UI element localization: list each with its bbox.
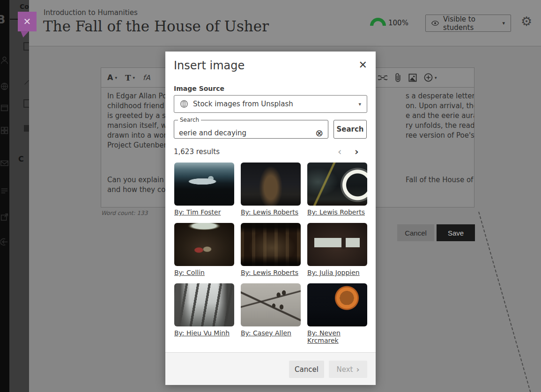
completion-gauge	[370, 18, 386, 26]
previous-page-icon[interactable]: ‹	[338, 146, 341, 157]
stock-image-thumbnail[interactable]	[307, 223, 367, 266]
modal-cancel-button[interactable]: Cancel	[289, 361, 324, 378]
font-size-button[interactable]: fA	[143, 74, 150, 82]
blackboard-logo: B	[0, 13, 5, 26]
insert-image-icon[interactable]	[408, 74, 417, 82]
modal-footer: Cancel Next ›	[165, 352, 376, 385]
editor-paragraph1-right[interactable]: s a desperate letter from hison. Upon ar…	[406, 91, 474, 141]
stock-image-thumbnail[interactable]	[174, 283, 234, 326]
image-source-select[interactable]: Stock images from Unsplash ▾	[174, 95, 367, 113]
search-button[interactable]: Search	[333, 120, 367, 139]
chevron-down-icon: ▾	[115, 75, 117, 80]
attribution-link[interactable]: By: Lewis Roberts	[241, 208, 298, 216]
editor-paragraph2-right[interactable]: Fall of the House of Usher"	[406, 175, 474, 185]
attribution-link[interactable]: By: Casey Allen	[241, 329, 291, 337]
insert-content-button[interactable]: ▾	[424, 73, 437, 82]
globe-icon	[180, 100, 188, 108]
tour-pointer-line	[10, 19, 18, 20]
link-icon[interactable]	[378, 74, 387, 81]
attribution-link[interactable]: By: Julia Joppien	[307, 269, 360, 276]
panel-heading-fragment: C	[18, 155, 24, 163]
eye-icon	[431, 20, 439, 26]
image-result: By: Lewis Roberts	[307, 163, 367, 217]
attribution-link[interactable]: By: Lewis Roberts	[307, 208, 365, 216]
chevron-down-icon: ▾	[502, 20, 505, 26]
attribution-link[interactable]: By: Collin	[174, 269, 205, 276]
visibility-dropdown[interactable]: Visible to students ▾	[425, 15, 511, 32]
editor-paragraph1-left[interactable]: In Edgar Allan Poe'schildhood friend Roi…	[107, 91, 167, 150]
next-page-icon[interactable]: ›	[355, 146, 359, 157]
font-size-icon: fA	[143, 74, 150, 82]
app-navigation-rail: B	[0, 0, 9, 392]
attribution-link[interactable]: By: Lewis Roberts	[241, 269, 298, 276]
font-button[interactable]: T▾	[125, 73, 135, 82]
image-result: By: Casey Allen	[241, 283, 301, 338]
image-source-value: Stock images from Unsplash	[193, 100, 293, 108]
chevron-down-icon: ▾	[133, 75, 135, 80]
results-count: 1,623 results	[174, 148, 220, 156]
attachment-icon[interactable]	[394, 73, 401, 82]
organizations-icon[interactable]	[0, 126, 8, 134]
stock-image-thumbnail[interactable]	[174, 163, 234, 206]
courses-icon[interactable]	[0, 104, 8, 112]
tour-close-button[interactable]: ✕	[18, 12, 37, 31]
globe-icon[interactable]	[0, 82, 8, 90]
search-input[interactable]	[179, 129, 305, 137]
chevron-right-icon: ›	[356, 365, 359, 374]
visibility-label: Visible to students	[443, 15, 498, 32]
profile-icon[interactable]	[0, 56, 8, 64]
search-field: Search ⊗	[174, 117, 328, 139]
close-icon[interactable]: ✕	[359, 60, 367, 70]
close-icon: ✕	[23, 16, 31, 27]
text-style-button[interactable]: A▾	[107, 73, 117, 82]
word-count: Word count: 133	[101, 210, 148, 216]
plus-circle-icon	[424, 73, 433, 82]
stock-image-thumbnail[interactable]	[241, 163, 301, 206]
breadcrumb[interactable]: Introduction to Humanities	[44, 8, 138, 17]
stock-image-thumbnail[interactable]	[307, 163, 367, 206]
next-button-label: Next	[337, 365, 353, 374]
insert-image-modal: Insert image ✕ Image Source Stock images…	[165, 52, 376, 385]
chevron-down-icon: ▾	[435, 75, 437, 80]
image-result: By: Collin	[174, 223, 234, 277]
image-result: By: Tim Foster	[174, 163, 234, 217]
search-field-label: Search	[178, 117, 201, 123]
image-result: By: Lewis Roberts	[241, 223, 301, 277]
stock-image-thumbnail[interactable]	[174, 223, 234, 266]
chevron-down-icon: ▾	[358, 101, 361, 107]
decorative-dotted-line	[478, 212, 531, 392]
gear-icon[interactable]: ⚙	[521, 14, 532, 29]
attribution-link[interactable]: By: Neven Krcmarek	[307, 329, 367, 344]
page-header: Introduction to Humanities The Fall of t…	[29, 0, 541, 46]
messages-icon[interactable]	[0, 159, 8, 167]
image-result: By: Neven Krcmarek	[307, 283, 367, 338]
external-tools-icon[interactable]	[0, 213, 8, 221]
document-icon	[23, 42, 29, 51]
editor-save-button[interactable]: Save	[437, 224, 475, 241]
pen-icon	[23, 79, 29, 85]
stock-image-thumbnail[interactable]	[307, 283, 367, 326]
modal-next-button[interactable]: Next ›	[329, 361, 367, 378]
clear-search-icon[interactable]: ⊗	[315, 128, 323, 138]
sign-out-icon[interactable]	[0, 238, 8, 246]
editor-cancel-button[interactable]: Cancel	[397, 224, 434, 241]
image-result: By: Hieu Vu Minh	[174, 283, 234, 338]
attribution-link[interactable]: By: Hieu Vu Minh	[174, 329, 230, 337]
image-source-label: Image Source	[174, 85, 224, 92]
editor-paragraph2-left[interactable]: Can you explain theand how they contr	[107, 175, 167, 195]
panel-heading-fragment: Co	[20, 3, 29, 10]
document-icon	[23, 99, 29, 108]
page-title: The Fall of the House of Usher	[43, 18, 269, 35]
course-panel-edge: Co C	[9, 0, 29, 392]
image-result: By: Julia Joppien	[307, 223, 367, 277]
stock-image-thumbnail[interactable]	[241, 223, 301, 266]
modal-title: Insert image	[174, 59, 245, 72]
stock-image-thumbnail[interactable]	[241, 283, 301, 326]
flag-icon	[23, 125, 29, 132]
image-result: By: Lewis Roberts	[241, 163, 301, 217]
image-results-grid: By: Tim Foster By: Lewis Roberts By: Lew…	[174, 163, 367, 338]
activity-stream-icon[interactable]	[0, 187, 8, 195]
completion-percent: 100%	[388, 19, 408, 27]
font-icon: T	[125, 73, 131, 82]
attribution-link[interactable]: By: Tim Foster	[174, 208, 221, 216]
